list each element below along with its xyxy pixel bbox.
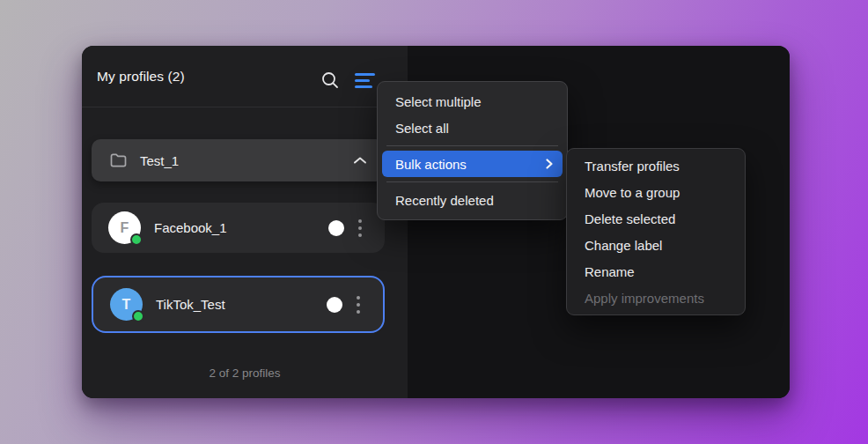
bulk-actions-submenu: Transfer profiles Move to a group Delete… — [566, 148, 746, 315]
menu-item-bulk-actions[interactable]: Bulk actions — [382, 151, 563, 177]
chevron-right-icon — [545, 158, 554, 170]
profile-select-toggle[interactable] — [328, 220, 344, 236]
status-online-dot — [130, 233, 143, 246]
chevron-up-icon[interactable] — [353, 156, 367, 165]
folder-icon — [109, 152, 128, 168]
submenu-item-change-label[interactable]: Change label — [567, 232, 745, 258]
submenu-item-rename[interactable]: Rename — [567, 258, 745, 285]
status-online-dot — [132, 310, 144, 322]
header-divider — [82, 107, 408, 107]
kebab-menu-icon[interactable] — [357, 218, 364, 239]
context-menu: Select multiple Select all Bulk actions … — [377, 81, 568, 220]
kebab-menu-icon[interactable] — [355, 294, 362, 315]
menu-item-recently-deleted[interactable]: Recently deleted — [378, 187, 567, 213]
submenu-item-transfer-profiles[interactable]: Transfer profiles — [567, 152, 745, 179]
hamburger-menu-button[interactable] — [355, 73, 376, 88]
avatar: F — [108, 211, 141, 244]
menu-divider — [386, 181, 558, 182]
profile-card-facebook[interactable]: F Facebook_1 — [92, 203, 385, 253]
search-button[interactable] — [319, 69, 342, 92]
profile-name: TikTok_Test — [156, 297, 225, 312]
page-title: My profiles (2) — [97, 46, 185, 107]
submenu-item-move-to-group[interactable]: Move to a group — [567, 179, 745, 205]
hamburger-icon — [355, 73, 375, 76]
profiles-sidebar: My profiles (2) Test_1 — [82, 46, 408, 398]
avatar: T — [110, 288, 143, 321]
profile-name: Facebook_1 — [154, 220, 227, 235]
group-label: Test_1 — [140, 153, 179, 168]
search-icon — [320, 70, 340, 90]
menu-item-select-all[interactable]: Select all — [378, 115, 567, 141]
submenu-item-apply-improvements: Apply improvements — [567, 285, 745, 311]
profile-select-toggle[interactable] — [327, 297, 342, 313]
menu-divider — [386, 145, 558, 146]
profile-card-tiktok-selected[interactable]: T TikTok_Test — [92, 276, 385, 333]
profiles-count-status: 2 of 2 profiles — [82, 366, 408, 380]
menu-item-select-multiple[interactable]: Select multiple — [378, 88, 567, 115]
group-row-test1[interactable]: Test_1 — [92, 139, 385, 181]
submenu-item-delete-selected[interactable]: Delete selected — [567, 205, 745, 232]
